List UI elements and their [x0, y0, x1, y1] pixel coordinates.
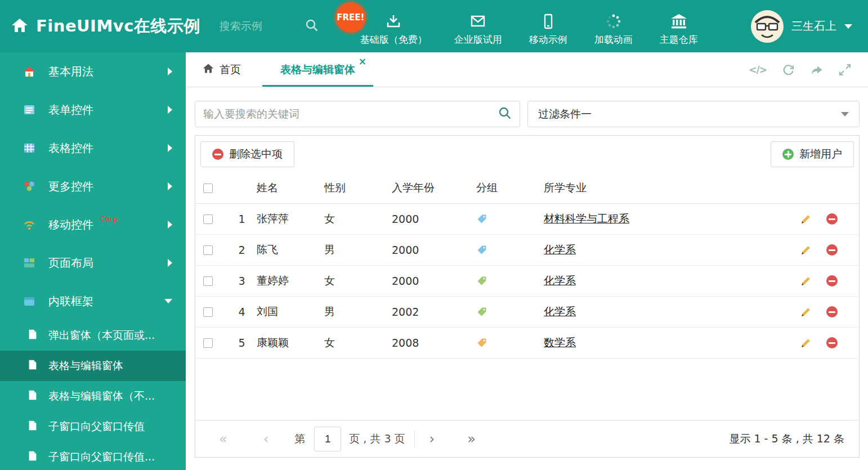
cell-name: 康颖颖 — [257, 335, 324, 350]
edit-icon[interactable] — [800, 306, 812, 317]
page-icon — [27, 359, 38, 373]
header-search-input[interactable] — [220, 20, 298, 33]
delete-icon[interactable] — [826, 337, 838, 348]
delete-icon[interactable] — [826, 244, 838, 256]
tab-home[interactable]: 首页 — [186, 52, 245, 87]
row-checkbox[interactable] — [203, 214, 213, 224]
major-link[interactable]: 化学系 — [544, 305, 576, 317]
download-icon — [386, 14, 401, 29]
sidebar-subitem-grid-edit-window-2[interactable]: 表格与编辑窗体（不... — [0, 381, 186, 411]
page-icon — [27, 420, 38, 433]
tag-icon — [476, 306, 487, 317]
sidebar-subitem-label: 子窗口向父窗口传值... — [48, 450, 155, 464]
home-icon — [203, 63, 214, 76]
major-link[interactable]: 化学系 — [544, 274, 576, 287]
corp-badge: Corp. — [100, 214, 120, 223]
nav-item-basic-free[interactable]: FREE! 基础版（免费） — [360, 7, 427, 46]
nav-item-mobile-demo[interactable]: 移动示例 — [529, 7, 567, 46]
row-checkbox[interactable] — [203, 307, 213, 317]
add-user-button[interactable]: 新增用户 — [771, 141, 854, 167]
nav-label: 主题仓库 — [660, 33, 698, 46]
main-area: 首页 表格与编辑窗体 × </> — [186, 52, 868, 470]
keyword-search-input[interactable] — [203, 108, 498, 120]
cell-year: 2002 — [392, 306, 476, 318]
frame-icon — [23, 296, 36, 307]
sidebar-item-more-controls[interactable]: 更多控件 — [0, 167, 186, 205]
chevron-right-icon — [168, 68, 172, 75]
sidebar-subitem-label: 子窗口向父窗口传值 — [48, 419, 145, 434]
bank-icon — [670, 14, 687, 29]
expand-icon[interactable] — [839, 64, 851, 76]
row-checkbox[interactable] — [203, 245, 213, 255]
sidebar: 基本用法 表单控件 表格控件 更多控件 移动控件 Corp. 页面布局 — [0, 52, 186, 470]
sidebar-item-form-controls[interactable]: 表单控件 — [0, 91, 186, 129]
mobile-icon — [543, 14, 554, 29]
search-icon[interactable] — [498, 106, 512, 122]
search-icon[interactable] — [305, 19, 319, 34]
code-icon[interactable]: </> — [749, 64, 767, 75]
header-gender: 性别 — [324, 181, 392, 195]
table-row: 5 康颖颖 女 2008 数学系 — [195, 328, 859, 359]
sidebar-item-mobile-controls[interactable]: 移动控件 Corp. — [0, 205, 186, 244]
tab-label: 表格与编辑窗体 — [280, 62, 355, 77]
cell-gender: 男 — [324, 243, 392, 257]
cell-year: 2008 — [392, 337, 476, 349]
filter-row: 过滤条件一 — [195, 101, 860, 127]
pager-next-icon[interactable]: › — [429, 432, 435, 446]
nav-item-enterprise-trial[interactable]: 企业版试用 — [454, 7, 502, 46]
nav-label: 加载动画 — [594, 33, 633, 46]
page-icon — [27, 450, 38, 464]
edit-icon[interactable] — [800, 337, 812, 348]
refresh-icon[interactable] — [782, 64, 795, 76]
major-link[interactable]: 数学系 — [544, 336, 576, 348]
sidebar-item-page-layout[interactable]: 页面布局 — [0, 244, 186, 282]
edit-icon[interactable] — [800, 213, 812, 225]
chevron-right-icon — [168, 144, 172, 152]
tag-icon — [476, 213, 487, 225]
filter-dropdown[interactable]: 过滤条件一 — [527, 101, 860, 127]
row-checkbox[interactable] — [203, 276, 213, 286]
close-icon[interactable]: × — [359, 56, 366, 67]
pager-last-icon[interactable]: » — [467, 432, 476, 446]
nav-label: 移动示例 — [529, 33, 567, 46]
delete-selected-button[interactable]: 删除选中项 — [200, 141, 294, 167]
chevron-down-icon — [164, 299, 172, 303]
delete-icon[interactable] — [826, 275, 838, 287]
header-group: 分组 — [476, 181, 544, 195]
sidebar-item-grid-controls[interactable]: 表格控件 — [0, 129, 186, 167]
grid-panel: 删除选中项 新增用户 姓名 性别 入学年份 分组 所学专业 — [195, 135, 860, 458]
delete-icon[interactable] — [826, 306, 838, 317]
sidebar-item-iframe[interactable]: 内联框架 — [0, 282, 186, 320]
tab-grid-edit-window[interactable]: 表格与编辑窗体 × — [262, 52, 373, 87]
nav-item-theme-store[interactable]: 主题仓库 — [660, 7, 698, 46]
divider — [414, 431, 415, 447]
major-link[interactable]: 化学系 — [544, 243, 576, 256]
row-checkbox[interactable] — [203, 338, 213, 348]
user-menu[interactable]: 三生石上 — [751, 10, 868, 43]
nav-item-loading-anim[interactable]: 加载动画 — [594, 7, 633, 46]
page-number-input[interactable] — [314, 427, 341, 451]
row-index: 5 — [227, 337, 257, 349]
pager-first-icon[interactable]: « — [219, 432, 227, 446]
edit-icon[interactable] — [800, 244, 812, 256]
cell-name: 陈飞 — [257, 243, 324, 257]
chevron-right-icon — [168, 182, 172, 190]
select-all-checkbox[interactable] — [203, 183, 213, 193]
top-header: FineUIMvc在线示例 FREE! 基础版（免费） 企业版试用 移动示例 — [0, 0, 868, 52]
sidebar-subitem-grid-edit-window[interactable]: 表格与编辑窗体 — [0, 351, 186, 381]
sidebar-subitem-child-to-parent[interactable]: 子窗口向父窗口传值 — [0, 411, 186, 442]
cell-gender: 女 — [324, 274, 392, 288]
table-icon — [23, 142, 36, 154]
forward-icon[interactable] — [811, 64, 823, 76]
sidebar-subitem-popup-window[interactable]: 弹出窗体（本页面或... — [0, 320, 186, 351]
sidebar-item-basic-usage[interactable]: 基本用法 — [0, 52, 186, 91]
sidebar-subitem-child-to-parent-2[interactable]: 子窗口向父窗口传值... — [0, 442, 186, 470]
delete-icon[interactable] — [826, 213, 838, 225]
pager-prev-icon[interactable]: ‹ — [263, 432, 269, 446]
free-badge: FREE! — [335, 2, 366, 33]
cell-year: 2000 — [392, 244, 476, 256]
brand: FineUIMvc在线示例 — [0, 15, 200, 38]
edit-icon[interactable] — [800, 275, 812, 287]
major-link[interactable]: 材料科学与工程系 — [544, 212, 629, 225]
minus-circle-icon — [212, 149, 223, 160]
